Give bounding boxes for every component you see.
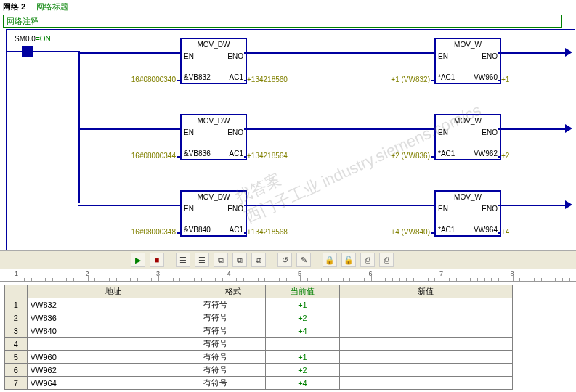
fb-mov_w[interactable]: MOV_W EN ENO *AC1 VW962 bbox=[434, 114, 501, 160]
wire bbox=[78, 52, 180, 54]
port-in: &VB840 bbox=[184, 226, 211, 234]
port-en: EN bbox=[184, 205, 194, 213]
cell-address[interactable]: VW962 bbox=[27, 364, 200, 377]
fb-mov_w[interactable]: MOV_W EN ENO *AC1 VW964 bbox=[434, 190, 501, 237]
cell-format[interactable]: 有符号 bbox=[200, 338, 266, 351]
port-in: *AC1 bbox=[438, 226, 455, 234]
network-comment[interactable]: 网络注释 bbox=[3, 15, 562, 28]
toolbar-button[interactable]: ⧉ bbox=[251, 253, 266, 267]
toolbar-button[interactable]: ⎙ bbox=[360, 253, 375, 267]
toolbar-button[interactable]: ■ bbox=[150, 253, 164, 267]
port-en: EN bbox=[438, 205, 448, 213]
wire bbox=[177, 156, 180, 158]
cell-rownum: 1 bbox=[5, 298, 28, 311]
table-row[interactable]: 1 VW832 有符号 +1 bbox=[5, 298, 513, 311]
table-row[interactable]: 4 有符号 bbox=[5, 338, 513, 351]
contact-sm00[interactable] bbox=[22, 46, 33, 57]
cell-new-value[interactable] bbox=[339, 298, 512, 311]
wire bbox=[498, 52, 565, 54]
wire bbox=[431, 156, 434, 158]
port-eno: ENO bbox=[482, 205, 498, 213]
toolbar-button[interactable]: ⎙ bbox=[379, 253, 394, 267]
toolbar-button[interactable]: ☰ bbox=[195, 253, 209, 267]
table-row[interactable]: 5 VW960 有符号 +1 bbox=[5, 351, 513, 364]
port-out: AC1 bbox=[230, 226, 243, 234]
port-out: AC1 bbox=[230, 73, 243, 81]
col-address: 地址 bbox=[27, 285, 200, 298]
cell-address[interactable]: VW832 bbox=[27, 298, 200, 311]
fb-mov_dw[interactable]: MOV_DW EN ENO &VB832 AC1 bbox=[180, 38, 247, 84]
fb-mov_dw[interactable]: MOV_DW EN ENO &VB840 AC1 bbox=[180, 190, 247, 237]
toolbar-button[interactable]: 🔒 bbox=[323, 253, 337, 267]
cell-format[interactable]: 有符号 bbox=[200, 324, 266, 338]
wire bbox=[6, 51, 22, 52]
cell-current-value: +4 bbox=[266, 377, 339, 390]
pin-in-label: 16#08000348 bbox=[131, 228, 176, 236]
cell-current-value bbox=[266, 338, 339, 351]
toolbar-button[interactable]: ⧉ bbox=[232, 253, 247, 267]
fb-title: MOV_W bbox=[436, 117, 500, 125]
pin-in-label: +1 (VW832) bbox=[391, 75, 430, 83]
eno-arrow bbox=[565, 124, 572, 133]
cell-format[interactable]: 有符号 bbox=[200, 311, 266, 324]
network-title[interactable]: 网络标题 bbox=[36, 2, 68, 11]
cell-rownum: 4 bbox=[5, 338, 28, 351]
port-out: VW960 bbox=[474, 73, 498, 81]
pin-in-label: 16#08000340 bbox=[131, 75, 176, 83]
cell-format[interactable]: 有符号 bbox=[200, 351, 266, 364]
wire bbox=[244, 205, 434, 206]
cell-rownum: 7 bbox=[5, 377, 28, 390]
toolbar-button[interactable]: ✎ bbox=[296, 253, 311, 267]
cell-address[interactable] bbox=[27, 338, 200, 351]
wire bbox=[33, 51, 78, 52]
cell-format[interactable]: 有符号 bbox=[200, 364, 266, 377]
cell-rownum: 2 bbox=[5, 311, 28, 324]
wire bbox=[244, 80, 247, 81]
table-row[interactable]: 6 VW962 有符号 +2 bbox=[5, 364, 513, 377]
fb-mov_w[interactable]: MOV_W EN ENO *AC1 VW960 bbox=[434, 38, 501, 84]
table-row[interactable]: 3 VW840 有符号 +4 bbox=[5, 324, 513, 338]
wire bbox=[78, 51, 80, 203]
cell-format[interactable]: 有符号 bbox=[200, 298, 266, 311]
pin-out-label: +134218560 bbox=[247, 75, 288, 83]
cell-new-value[interactable] bbox=[339, 377, 512, 390]
port-eno: ENO bbox=[227, 52, 243, 60]
fb-mov_dw[interactable]: MOV_DW EN ENO &VB836 AC1 bbox=[180, 114, 247, 160]
fb-title: MOV_DW bbox=[182, 41, 246, 49]
cell-address[interactable]: VW840 bbox=[27, 324, 200, 338]
network-label: 网络 2 bbox=[3, 2, 25, 11]
toolbar-button[interactable]: ↺ bbox=[277, 253, 292, 267]
port-in: &VB836 bbox=[184, 150, 211, 158]
cell-rownum: 5 bbox=[5, 351, 28, 364]
cell-new-value[interactable] bbox=[339, 364, 512, 377]
wire bbox=[177, 232, 180, 234]
cell-new-value[interactable] bbox=[339, 338, 512, 351]
col-rownum bbox=[5, 285, 28, 298]
port-en: EN bbox=[184, 52, 194, 60]
port-eno: ENO bbox=[482, 128, 498, 136]
toolbar: ▶■☰☰⧉⧉⧉↺✎🔒🔓⎙⎙ bbox=[0, 250, 576, 269]
cell-format[interactable]: 有符号 bbox=[200, 377, 266, 390]
cell-new-value[interactable] bbox=[339, 351, 512, 364]
col-current-value: 当前值 bbox=[266, 285, 339, 298]
table-row[interactable]: 2 VW836 有符号 +2 bbox=[5, 311, 513, 324]
wire bbox=[498, 156, 501, 158]
wire bbox=[78, 205, 180, 206]
cell-new-value[interactable] bbox=[339, 324, 512, 338]
cell-address[interactable]: VW836 bbox=[27, 311, 200, 324]
pin-out-label: +2 bbox=[501, 152, 509, 160]
fb-title: MOV_W bbox=[436, 193, 500, 201]
port-eno: ENO bbox=[227, 205, 243, 213]
toolbar-button[interactable]: 🔓 bbox=[341, 253, 356, 267]
wire bbox=[498, 205, 565, 206]
wire bbox=[498, 128, 565, 130]
left-rail bbox=[6, 30, 7, 260]
toolbar-button[interactable]: ☰ bbox=[176, 253, 190, 267]
cell-new-value[interactable] bbox=[339, 311, 512, 324]
table-row[interactable]: 7 VW964 有符号 +4 bbox=[5, 377, 513, 390]
toolbar-button[interactable]: ⧉ bbox=[214, 253, 228, 267]
cell-address[interactable]: VW960 bbox=[27, 351, 200, 364]
port-en: EN bbox=[438, 128, 448, 136]
cell-address[interactable]: VW964 bbox=[27, 377, 200, 390]
toolbar-button[interactable]: ▶ bbox=[131, 253, 145, 267]
